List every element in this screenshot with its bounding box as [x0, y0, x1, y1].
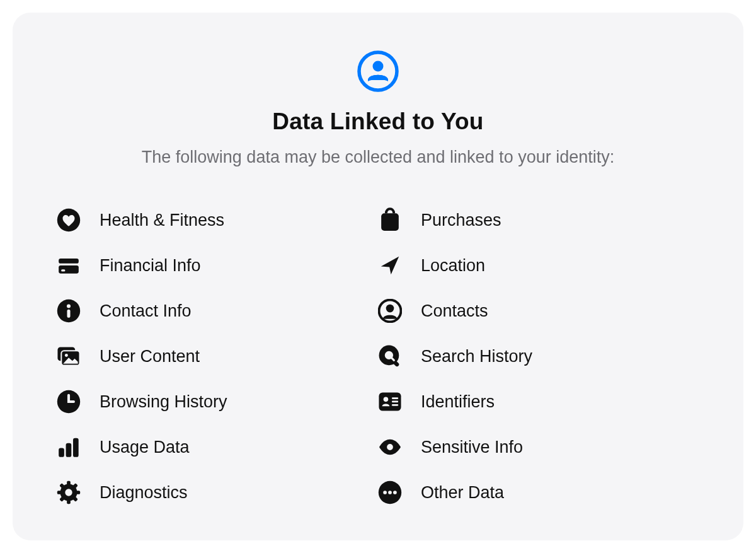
data-type-purchases: Purchases: [378, 197, 699, 243]
data-type-financial-info: Financial Info: [57, 243, 378, 288]
contacts-icon: [378, 299, 402, 323]
svg-point-11: [65, 354, 68, 357]
data-type-health-fitness: Health & Fitness: [57, 197, 378, 243]
ellipsis-icon: [378, 480, 402, 504]
svg-point-41: [393, 491, 397, 494]
data-type-label: Contact Info: [100, 301, 192, 321]
data-type-location: Location: [378, 243, 699, 288]
svg-rect-5: [61, 269, 65, 271]
svg-point-33: [384, 397, 389, 402]
data-type-identifiers: Identifiers: [378, 379, 699, 424]
svg-rect-4: [59, 265, 79, 274]
svg-rect-26: [381, 213, 399, 231]
left-column: Health & Fitness Financial Info Contact …: [57, 197, 378, 515]
svg-rect-34: [392, 397, 398, 399]
search-icon: [378, 344, 402, 368]
data-type-diagnostics: Diagnostics: [57, 470, 378, 515]
data-type-columns: Health & Fitness Financial Info Contact …: [13, 197, 743, 515]
data-type-label: Contacts: [421, 301, 488, 321]
shopping-bag-icon: [378, 208, 402, 232]
svg-point-25: [65, 489, 72, 496]
svg-point-1: [373, 61, 384, 72]
gear-icon: [57, 480, 81, 504]
svg-rect-17: [67, 481, 71, 486]
svg-rect-20: [75, 491, 80, 494]
data-type-label: Diagnostics: [100, 483, 188, 503]
data-type-label: Health & Fitness: [100, 211, 224, 230]
svg-rect-14: [66, 443, 72, 457]
person-circle-icon: [357, 50, 399, 92]
data-type-label: Browsing History: [100, 392, 227, 412]
svg-rect-36: [392, 404, 398, 406]
data-type-sensitive-info: Sensitive Info: [378, 424, 699, 470]
svg-point-28: [386, 305, 394, 313]
card-subtitle: The following data may be collected and …: [142, 146, 614, 168]
svg-rect-18: [67, 499, 71, 504]
data-type-label: Location: [421, 256, 485, 276]
data-type-label: Financial Info: [100, 256, 201, 276]
data-type-other-data: Other Data: [378, 470, 699, 515]
svg-rect-3: [59, 259, 79, 264]
eye-icon: [378, 435, 402, 459]
svg-point-39: [383, 491, 387, 494]
data-type-search-history: Search History: [378, 334, 699, 379]
svg-point-7: [67, 304, 71, 308]
svg-rect-19: [57, 491, 62, 494]
card-title: Data Linked to You: [272, 108, 483, 135]
data-type-label: Identifiers: [421, 392, 495, 412]
clock-icon: [57, 390, 81, 414]
data-type-label: Other Data: [421, 483, 504, 503]
data-type-label: Usage Data: [100, 438, 190, 457]
bar-chart-icon: [57, 435, 81, 459]
photo-stack-icon: [57, 344, 81, 368]
data-type-label: Sensitive Info: [421, 438, 523, 457]
privacy-card: Data Linked to You The following data ma…: [13, 13, 743, 540]
data-type-label: User Content: [100, 347, 200, 366]
data-type-label: Search History: [421, 347, 532, 366]
data-type-contact-info: Contact Info: [57, 288, 378, 334]
svg-point-40: [388, 491, 392, 494]
svg-point-37: [387, 444, 393, 450]
location-arrow-icon: [378, 253, 402, 277]
info-icon: [57, 299, 81, 323]
heart-icon: [57, 208, 81, 232]
svg-rect-15: [73, 438, 79, 457]
data-type-label: Purchases: [421, 211, 501, 230]
svg-rect-35: [392, 401, 398, 403]
credit-card-icon: [57, 253, 81, 277]
svg-rect-13: [59, 448, 64, 457]
right-column: Purchases Location Contacts Search Histo…: [378, 197, 699, 515]
data-type-user-content: User Content: [57, 334, 378, 379]
data-type-browsing-history: Browsing History: [57, 379, 378, 424]
data-type-contacts: Contacts: [378, 288, 699, 334]
id-card-icon: [378, 390, 402, 414]
data-type-usage-data: Usage Data: [57, 424, 378, 470]
svg-rect-8: [67, 310, 70, 318]
